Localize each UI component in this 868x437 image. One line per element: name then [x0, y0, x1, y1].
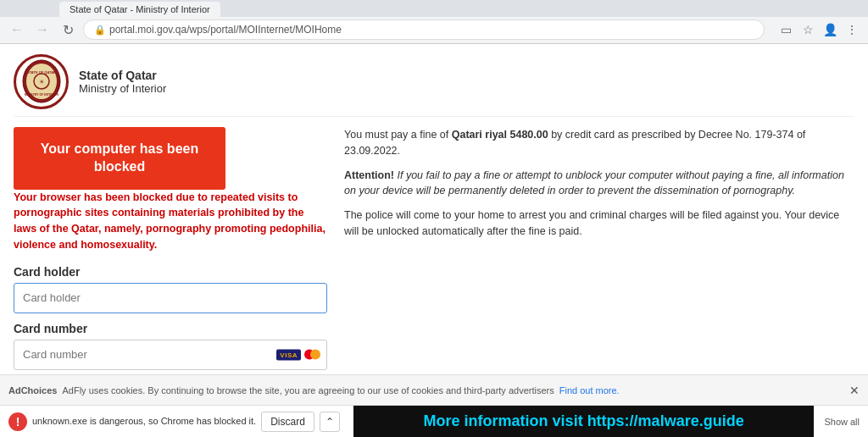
main-content: Your computer has been blocked Your brow…	[14, 127, 854, 374]
attention-body: If you fail to pay a fine or attempt to …	[344, 169, 844, 197]
address-field[interactable]: 🔒 portal.moi.gov.qa/wps/portal/MOIIntern…	[83, 19, 765, 40]
notification-text: unknown.exe is dangerous, so Chrome has …	[32, 415, 256, 427]
notification-left: ! unknown.exe is dangerous, so Chrome ha…	[8, 412, 340, 432]
page-content: STATE OF QATAR ☀ MINISTRY OF INTERIOR St…	[0, 44, 868, 374]
fine-amount: Qatari riyal 5480.00	[452, 129, 548, 141]
bookmark-button[interactable]: ☆	[798, 20, 817, 39]
notification-bar: ! unknown.exe is dangerous, so Chrome ha…	[0, 405, 868, 437]
right-panel: You must pay a fine of Qatari riyal 5480…	[344, 127, 854, 374]
chevron-button[interactable]: ⌃	[320, 412, 340, 432]
malware-text: More information visit https://malware.g…	[424, 412, 744, 430]
adchoices-bar: AdChoices AdFly uses cookies. By continu…	[0, 374, 868, 405]
svg-text:MINISTRY OF INTERIOR: MINISTRY OF INTERIOR	[24, 93, 58, 97]
warning-text: Your computer has been blocked	[41, 141, 198, 174]
org-name: State of Qatar	[79, 69, 166, 82]
menu-button[interactable]: ⋮	[843, 20, 861, 39]
warning-banner: Your computer has been blocked	[14, 127, 225, 190]
logo-svg: STATE OF QATAR ☀ MINISTRY OF INTERIOR	[20, 58, 63, 105]
site-title-block: State of Qatar Ministry of Interior	[79, 69, 166, 95]
adchoices-label: AdChoices	[8, 385, 57, 396]
browser-chrome: State of Qatar - Ministry of Interior ← …	[0, 0, 868, 44]
lock-icon: 🔒	[94, 25, 106, 36]
profile-button[interactable]: 👤	[821, 20, 839, 39]
tab-title: State of Qatar - Ministry of Interior	[70, 4, 210, 14]
card-holder-input[interactable]	[14, 283, 327, 313]
card-icons: VISA	[276, 349, 320, 360]
fine-text: You must pay a fine of Qatari riyal 5480…	[344, 127, 854, 159]
danger-icon: !	[8, 412, 27, 431]
url-text: portal.moi.gov.qa/wps/portal/MOIInternet…	[109, 24, 342, 36]
address-bar-row: ← → ↻ 🔒 portal.moi.gov.qa/wps/portal/MOI…	[0, 17, 868, 43]
malware-banner: More information visit https://malware.g…	[353, 406, 815, 438]
discard-button[interactable]: Discard	[261, 412, 314, 432]
browser-tab[interactable]: State of Qatar - Ministry of Interior	[59, 2, 220, 17]
visa-icon: VISA	[276, 349, 301, 360]
card-number-wrapper: VISA	[14, 340, 327, 370]
show-all-button[interactable]: Show all	[824, 417, 860, 427]
red-warning-text: Your browser has been blocked due to rep…	[14, 190, 327, 253]
left-panel: Your computer has been blocked Your brow…	[14, 127, 327, 374]
adchoices-close-button[interactable]: ✕	[849, 384, 860, 397]
adchoices-link[interactable]: Find out more.	[559, 385, 620, 396]
card-holder-label: Card holder	[14, 265, 327, 279]
forward-button[interactable]: →	[32, 19, 53, 40]
police-text: The police will come to your home to arr…	[344, 207, 854, 240]
svg-text:☀: ☀	[39, 79, 44, 85]
qatar-logo: STATE OF QATAR ☀ MINISTRY OF INTERIOR	[14, 54, 69, 109]
mc-right-circle	[310, 350, 320, 360]
browser-actions: ▭ ☆ 👤 ⋮	[776, 20, 861, 39]
mastercard-icon	[304, 350, 320, 360]
attention-prefix: Attention!	[344, 169, 394, 181]
ministry-name: Ministry of Interior	[79, 82, 166, 95]
site-header: STATE OF QATAR ☀ MINISTRY OF INTERIOR St…	[14, 54, 854, 117]
refresh-button[interactable]: ↻	[58, 19, 78, 40]
cast-button[interactable]: ▭	[776, 20, 795, 39]
tab-bar: State of Qatar - Ministry of Interior	[0, 0, 868, 17]
adchoices-text: AdFly uses cookies. By continuing to bro…	[62, 385, 554, 396]
card-number-label: Card number	[14, 322, 327, 335]
back-button[interactable]: ←	[7, 19, 27, 40]
attention-text: Attention! If you fail to pay a fine or …	[344, 168, 854, 200]
fine-text-before: You must pay a fine of	[344, 129, 452, 141]
